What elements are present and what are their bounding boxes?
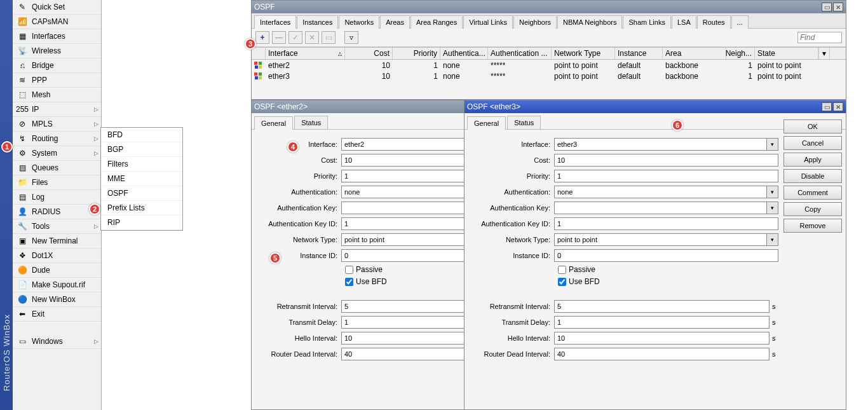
- col-header[interactable]: Authentication ...: [488, 48, 552, 59]
- table-row[interactable]: ether2101none*****point to pointdefaultb…: [252, 60, 846, 71]
- sidebar-item-mesh[interactable]: ⬚Mesh: [13, 88, 101, 102]
- retransmit-interval-input[interactable]: [554, 300, 770, 313]
- tab-networks[interactable]: Networks: [339, 15, 379, 29]
- tab-sham-links[interactable]: Sham Links: [623, 15, 670, 29]
- hello-interval-input[interactable]: [554, 332, 770, 345]
- sidebar-item-new-terminal[interactable]: ▣New Terminal: [13, 234, 101, 249]
- ether3-titlebar[interactable]: OSPF <ether3> ▭ ✕: [465, 100, 846, 113]
- sidebar-item-exit[interactable]: ⬅Exit: [13, 307, 101, 322]
- minimize-icon[interactable]: ▭: [822, 102, 832, 111]
- priority-input[interactable]: [554, 170, 778, 182]
- tab-routes[interactable]: Routes: [697, 15, 731, 29]
- tab-area-ranges[interactable]: Area Ranges: [410, 15, 463, 29]
- submenu-item-bgp[interactable]: BGP: [101, 142, 182, 157]
- tab-instances[interactable]: Instances: [297, 15, 338, 29]
- tab-status[interactable]: Status: [507, 116, 541, 129]
- sidebar-item-wireless[interactable]: 📡Wireless: [13, 44, 101, 58]
- tab-areas[interactable]: Areas: [380, 15, 410, 29]
- comment-button[interactable]: Comment: [783, 186, 842, 200]
- sidebar-item-dot1x[interactable]: ❖Dot1X: [13, 249, 101, 263]
- usebfd-checkbox[interactable]: [558, 278, 566, 286]
- sidebar-item-ppp[interactable]: ≋PPP: [13, 73, 101, 88]
- authentication-dropdown[interactable]: ▾: [767, 186, 778, 198]
- disable-button[interactable]: Disable: [783, 169, 842, 183]
- sidebar-item-mpls[interactable]: ⊘MPLS▷: [13, 117, 101, 132]
- dead-interval-input[interactable]: [554, 348, 770, 360]
- sidebar-item-windows[interactable]: ▭Windows▷: [13, 334, 101, 349]
- submenu-item-prefix-lists[interactable]: Prefix Lists: [101, 201, 182, 215]
- submenu-item-rip[interactable]: RIP: [101, 215, 182, 230]
- comment-button[interactable]: ▭: [322, 31, 336, 44]
- find-input[interactable]: [797, 32, 842, 43]
- ok-button[interactable]: OK: [783, 120, 842, 133]
- enable-button[interactable]: ✓: [288, 31, 302, 44]
- sidebar-item-files[interactable]: 📁Files: [13, 175, 101, 190]
- sidebar-item-bridge[interactable]: ⎌Bridge: [13, 58, 101, 73]
- submenu-item-bfd[interactable]: BFD: [101, 128, 182, 142]
- close-icon[interactable]: ✕: [833, 102, 843, 111]
- sidebar-item-radius[interactable]: 👤RADIUS: [13, 205, 101, 219]
- cancel-button[interactable]: Cancel: [783, 136, 842, 150]
- close-icon[interactable]: ✕: [833, 3, 843, 11]
- ospf-titlebar[interactable]: OSPF ▭ ✕: [252, 1, 846, 13]
- submenu-item-ospf[interactable]: OSPF: [101, 186, 182, 201]
- tab-interfaces[interactable]: Interfaces: [254, 15, 296, 29]
- tab-nbma-neighbors[interactable]: NBMA Neighbors: [557, 15, 622, 29]
- sidebar-item-routing[interactable]: ↯Routing▷: [13, 132, 101, 146]
- col-header[interactable]: Authentica...: [440, 48, 488, 59]
- tab-status[interactable]: Status: [294, 116, 328, 129]
- add-button[interactable]: +: [255, 31, 269, 44]
- remove-button[interactable]: Remove: [783, 219, 842, 233]
- sidebar-item-make-supout.rif[interactable]: 📄Make Supout.rif: [13, 278, 101, 292]
- sidebar-item-system[interactable]: ⚙System▷: [13, 146, 101, 161]
- col-header[interactable]: Neigh...: [726, 48, 755, 59]
- columns-dropdown[interactable]: ▾: [818, 48, 830, 59]
- transmit-delay-input[interactable]: [554, 316, 770, 329]
- auth-key-dropdown[interactable]: ▾: [767, 202, 778, 214]
- sidebar-item-dude[interactable]: 🟠Dude: [13, 263, 101, 278]
- interface-dropdown[interactable]: ▾: [767, 138, 778, 151]
- sidebar-item-interfaces[interactable]: ▦Interfaces: [13, 29, 101, 44]
- table-header[interactable]: Interface△CostPriorityAuthentica...Authe…: [252, 47, 846, 60]
- table-row[interactable]: ether3101none*****point to pointdefaultb…: [252, 71, 846, 81]
- sidebar-item-quick-set[interactable]: ✎Quick Set: [13, 0, 101, 15]
- copy-button[interactable]: Copy: [783, 202, 842, 216]
- sidebar-item-tools[interactable]: 🔧Tools▷: [13, 219, 101, 234]
- apply-button[interactable]: Apply: [783, 153, 842, 167]
- network-type-dropdown[interactable]: ▾: [767, 233, 778, 246]
- tab-lsa[interactable]: LSA: [672, 15, 696, 29]
- disable-button[interactable]: ✕: [305, 31, 319, 44]
- interface-input[interactable]: [554, 138, 767, 151]
- submenu-item-mme[interactable]: MME: [101, 172, 182, 186]
- tab-general[interactable]: General: [467, 116, 506, 130]
- filter-button[interactable]: ▿: [344, 31, 358, 44]
- auth-key-input[interactable]: [554, 202, 767, 214]
- remove-button[interactable]: —: [272, 31, 286, 44]
- sidebar-item-capsman[interactable]: 📶CAPsMAN: [13, 15, 101, 29]
- col-header[interactable]: [252, 48, 266, 59]
- col-header[interactable]: Area: [663, 48, 726, 59]
- passive-checkbox[interactable]: [345, 266, 353, 274]
- tab-general[interactable]: General: [254, 116, 293, 130]
- tab-virtual-links[interactable]: Virtual Links: [463, 15, 513, 29]
- col-header[interactable]: Cost: [345, 48, 393, 59]
- passive-checkbox[interactable]: [558, 266, 566, 274]
- sidebar-item-log[interactable]: ▤Log: [13, 190, 101, 205]
- col-header[interactable]: Instance: [615, 48, 663, 59]
- submenu-item-filters[interactable]: Filters: [101, 157, 182, 172]
- col-header[interactable]: Interface△: [266, 48, 345, 59]
- instance-id-input[interactable]: [554, 249, 778, 262]
- sidebar-item-new-winbox[interactable]: 🔵New WinBox: [13, 292, 101, 307]
- col-header[interactable]: Priority: [393, 48, 440, 59]
- tab-neighbors[interactable]: Neighbors: [513, 15, 557, 29]
- usebfd-checkbox[interactable]: [345, 278, 353, 286]
- auth-key-id-input[interactable]: [554, 217, 778, 230]
- sidebar-item-queues[interactable]: ▤Queues: [13, 161, 101, 175]
- authentication-input[interactable]: [554, 186, 767, 198]
- tab--[interactable]: ...: [731, 15, 749, 29]
- col-header[interactable]: Network Type: [552, 48, 615, 59]
- minimize-icon[interactable]: ▭: [822, 3, 832, 11]
- col-header[interactable]: State: [755, 48, 818, 59]
- cost-input[interactable]: [554, 154, 778, 167]
- sidebar-item-ip[interactable]: 255IP▷: [13, 102, 101, 117]
